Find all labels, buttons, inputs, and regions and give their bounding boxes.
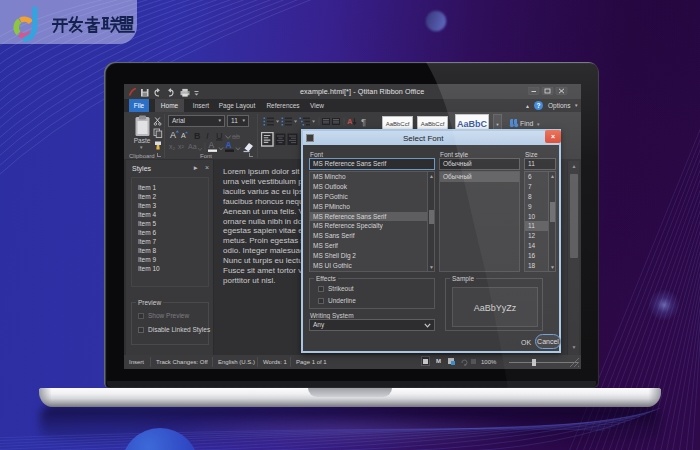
svg-text:Aa: Aa <box>188 143 197 150</box>
svg-text:A: A <box>170 130 176 140</box>
svg-text:x₂: x₂ <box>169 143 176 150</box>
svg-text:x²: x² <box>178 143 185 150</box>
svg-text:I: I <box>206 131 209 141</box>
svg-text:U: U <box>216 131 223 141</box>
svg-text:ab: ab <box>232 133 240 140</box>
svg-text:B: B <box>194 131 201 141</box>
svg-text:A: A <box>226 140 232 150</box>
svg-text:A: A <box>347 117 353 126</box>
svg-text:¶: ¶ <box>361 116 366 127</box>
svg-text:A: A <box>209 140 215 150</box>
